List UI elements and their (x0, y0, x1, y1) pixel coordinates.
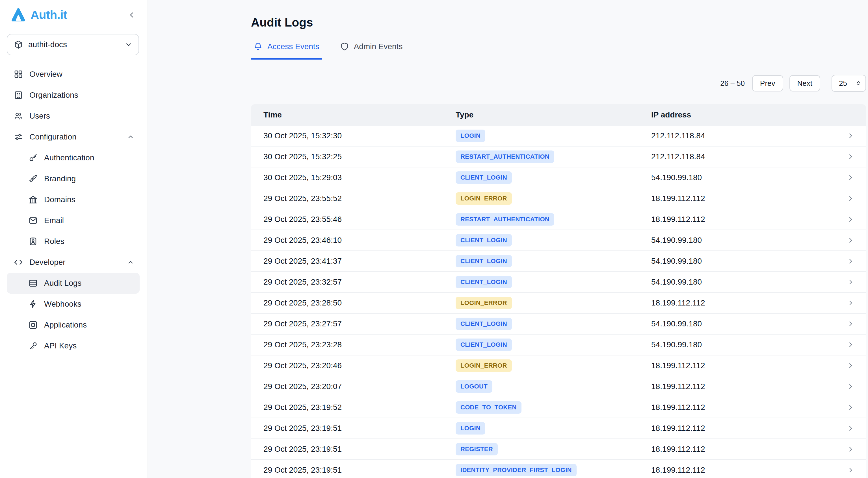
table-row[interactable]: 29 Oct 2025, 23:19:52CODE_TO_TOKEN18.199… (251, 397, 866, 418)
sidebar-item-authentication[interactable]: Authentication (7, 147, 140, 168)
event-type-badge: LOGIN_ERROR (456, 360, 512, 372)
roles-icon (28, 237, 38, 246)
table-row[interactable]: 29 Oct 2025, 23:32:57CLIENT_LOGIN54.190.… (251, 272, 866, 293)
cell-time: 30 Oct 2025, 15:29:03 (264, 173, 456, 182)
cell-type: LOGIN (456, 422, 651, 435)
chevron-right-icon (846, 278, 855, 286)
sidebar-item-users[interactable]: Users (7, 106, 140, 127)
table-row[interactable]: 29 Oct 2025, 23:19:51REGISTER18.199.112.… (251, 439, 866, 460)
table-row[interactable]: 29 Oct 2025, 23:27:57CLIENT_LOGIN54.190.… (251, 314, 866, 335)
chevron-left-icon (127, 11, 136, 19)
cell-ip: 54.190.99.180 (651, 173, 835, 182)
row-detail-chevron (835, 153, 866, 161)
cell-type: LOGOUT (456, 380, 651, 393)
cell-ip: 18.199.112.112 (651, 466, 835, 475)
cell-time: 29 Oct 2025, 23:19:52 (264, 403, 456, 412)
bell-icon (253, 42, 263, 52)
cell-type: LOGIN_ERROR (456, 297, 651, 309)
sidebar-item-overview[interactable]: Overview (7, 64, 140, 85)
table-row[interactable]: 29 Oct 2025, 23:19:51IDENTITY_PROVIDER_F… (251, 460, 866, 478)
logo: Auth.it (11, 7, 67, 23)
row-detail-chevron (835, 466, 866, 474)
chevron-right-icon (846, 236, 855, 244)
cell-ip: 18.199.112.112 (651, 403, 835, 412)
row-detail-chevron (835, 195, 866, 202)
sidebar-item-webhooks[interactable]: Webhooks (7, 294, 140, 314)
cell-type: REGISTER (456, 443, 651, 455)
row-detail-chevron (835, 215, 866, 223)
sidebar-item-configuration[interactable]: Configuration (7, 127, 140, 147)
pagination-toolbar: 26 – 50 Prev Next 25 (251, 75, 866, 92)
cell-ip: 54.190.99.180 (651, 319, 835, 328)
cell-time: 29 Oct 2025, 23:20:07 (264, 382, 456, 391)
row-detail-chevron (835, 341, 866, 349)
table-row[interactable]: 29 Oct 2025, 23:23:28CLIENT_LOGIN54.190.… (251, 335, 866, 355)
prev-button[interactable]: Prev (752, 75, 783, 92)
chevron-right-icon (846, 362, 855, 370)
domain-icon (28, 195, 38, 204)
sidebar-item-api-keys[interactable]: API Keys (7, 335, 140, 356)
event-type-badge: CLIENT_LOGIN (456, 339, 512, 351)
sidebar-item-applications[interactable]: Applications (7, 314, 140, 335)
row-detail-chevron (835, 362, 866, 370)
row-detail-chevron (835, 383, 866, 390)
sidebar-item-label: Audit Logs (44, 279, 82, 288)
tab-admin-events[interactable]: Admin Events (338, 42, 405, 60)
sidebar-item-email[interactable]: Email (7, 210, 140, 231)
sidebar-item-audit-logs[interactable]: Audit Logs (7, 273, 140, 294)
project-selector[interactable]: authit-docs (7, 34, 139, 55)
sidebar-item-domains[interactable]: Domains (7, 189, 140, 210)
cell-ip: 18.199.112.112 (651, 445, 835, 454)
sidebar-item-branding[interactable]: Branding (7, 168, 140, 189)
sidebar-item-organizations[interactable]: Organizations (7, 85, 140, 106)
table-row[interactable]: 29 Oct 2025, 23:55:52LOGIN_ERROR18.199.1… (251, 188, 866, 209)
tab-access-events[interactable]: Access Events (251, 42, 322, 60)
event-type-badge: RESTART_AUTHENTICATION (456, 150, 554, 163)
cell-type: CLIENT_LOGIN (456, 234, 651, 246)
table-row[interactable]: 29 Oct 2025, 23:19:51LOGIN18.199.112.112 (251, 418, 866, 439)
page-title: Audit Logs (251, 16, 866, 29)
sidebar-collapse-button[interactable] (125, 9, 138, 21)
cell-ip: 18.199.112.112 (651, 299, 835, 307)
sidebar: Auth.it authit-docs OverviewOrganization… (0, 0, 148, 478)
main-content: Audit Logs Access EventsAdmin Events 26 … (148, 0, 868, 478)
table-body: 30 Oct 2025, 15:32:30LOGIN212.112.118.84… (251, 126, 866, 478)
table-row[interactable]: 30 Oct 2025, 15:32:30LOGIN212.112.118.84 (251, 126, 866, 146)
audit-logs-icon (28, 278, 38, 288)
key-icon (28, 153, 38, 163)
table-row[interactable]: 30 Oct 2025, 15:29:03CLIENT_LOGIN54.190.… (251, 167, 866, 188)
next-button[interactable]: Next (789, 75, 820, 92)
sidebar-item-developer[interactable]: Developer (7, 252, 140, 273)
event-type-badge: RESTART_AUTHENTICATION (456, 213, 554, 226)
table-row[interactable]: 30 Oct 2025, 15:32:25RESTART_AUTHENTICAT… (251, 146, 866, 167)
event-type-badge: LOGIN_ERROR (456, 192, 512, 205)
event-type-badge: REGISTER (456, 443, 498, 455)
tab-label: Admin Events (354, 42, 403, 51)
page-size-select[interactable]: 25 (832, 75, 866, 92)
pagination-range: 26 – 50 (720, 79, 745, 88)
cell-type: IDENTITY_PROVIDER_FIRST_LOGIN (456, 464, 651, 476)
sidebar-item-label: Organizations (29, 91, 78, 100)
api-keys-icon (28, 341, 38, 351)
sidebar-item-label: Email (44, 216, 64, 225)
table-row[interactable]: 29 Oct 2025, 23:20:46LOGIN_ERROR18.199.1… (251, 355, 866, 376)
event-type-badge: CLIENT_LOGIN (456, 234, 512, 246)
column-header-ip: IP address (651, 110, 835, 120)
table-row[interactable]: 29 Oct 2025, 23:28:50LOGIN_ERROR18.199.1… (251, 293, 866, 314)
cell-time: 29 Oct 2025, 23:27:57 (264, 319, 456, 328)
cell-ip: 18.199.112.112 (651, 424, 835, 433)
sidebar-item-label: Roles (44, 237, 64, 246)
table-row[interactable]: 29 Oct 2025, 23:20:07LOGOUT18.199.112.11… (251, 376, 866, 397)
row-detail-chevron (835, 174, 866, 181)
chevron-right-icon (846, 424, 855, 432)
chevron-right-icon (846, 404, 855, 411)
chevron-right-icon (846, 383, 855, 390)
table-row[interactable]: 29 Oct 2025, 23:55:46RESTART_AUTHENTICAT… (251, 209, 866, 230)
cell-type: CLIENT_LOGIN (456, 339, 651, 351)
sidebar-nav: OverviewOrganizationsUsersConfigurationA… (0, 64, 148, 356)
table-row[interactable]: 29 Oct 2025, 23:41:37CLIENT_LOGIN54.190.… (251, 251, 866, 272)
event-type-badge: CODE_TO_TOKEN (456, 401, 522, 414)
table-row[interactable]: 29 Oct 2025, 23:46:10CLIENT_LOGIN54.190.… (251, 230, 866, 251)
row-detail-chevron (835, 404, 866, 411)
sidebar-item-roles[interactable]: Roles (7, 231, 140, 252)
